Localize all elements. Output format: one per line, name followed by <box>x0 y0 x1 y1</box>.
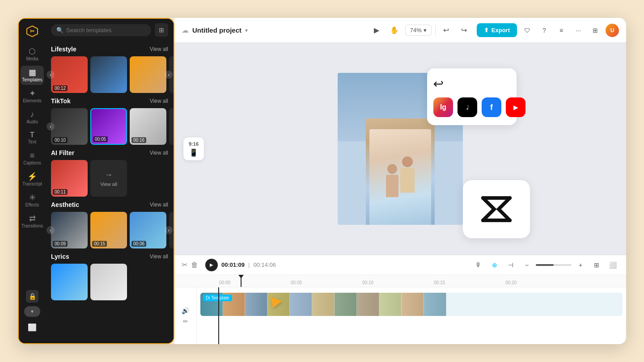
ruler-mark-20: 00:20 <box>505 280 517 285</box>
redo-btn[interactable]: ↪ <box>457 23 471 38</box>
sidebar-item-label-elements: Elements <box>23 98 42 103</box>
video-track[interactable]: Di Template <box>200 293 623 316</box>
instagram-btn[interactable]: Ig <box>433 97 453 117</box>
timeline-controls-right: 🎙 ⊕ ⊣ − + ⊞ ⬜ <box>472 259 619 271</box>
aesthetic-view-all[interactable]: View all <box>150 202 168 208</box>
search-input[interactable] <box>66 27 146 34</box>
youtube-btn[interactable]: ▶ <box>506 97 525 117</box>
shield-icon-btn[interactable]: 🛡 <box>521 24 534 37</box>
undo-btn[interactable]: ↩ <box>439 23 453 38</box>
track-label: Di Template <box>203 295 232 301</box>
zoom-control[interactable]: 74% ▾ <box>405 25 432 36</box>
share-overlay: ↪ Ig ♩ f <box>427 68 517 125</box>
sidebar-item-effects[interactable]: ✳ Effects <box>21 191 44 210</box>
sidebar-item-audio[interactable]: ♪ Audio <box>21 108 44 127</box>
aesthetic-prev-btn[interactable]: ‹ <box>47 226 55 234</box>
toolbar-divider <box>435 25 436 36</box>
sidebar-item-transcript[interactable]: ⚡ Transcript <box>21 170 44 189</box>
lyrics-thumb-1[interactable] <box>51 264 88 300</box>
aifilter-thumb-1[interactable]: 00:11 <box>51 160 88 197</box>
edit-track-icon[interactable]: ✏ <box>183 318 188 325</box>
tiktok-thumb-1[interactable]: 00:10 <box>51 108 88 145</box>
lifestyle-thumb-2[interactable] <box>90 56 127 93</box>
color-grading-icon[interactable]: ⊕ <box>488 259 501 271</box>
lifestyle-prev-btn[interactable]: ‹ <box>47 71 55 79</box>
hand-tool-btn[interactable]: ✋ <box>387 23 402 38</box>
lifestyle-thumb-3[interactable] <box>130 56 166 93</box>
sidebar-item-media[interactable]: ⬡ Media <box>21 45 44 64</box>
aesthetic-thumb-3[interactable]: 00:06 <box>130 212 166 248</box>
canvas-left-bar: 9:16 📱 <box>183 138 204 160</box>
sidebar-item-text[interactable]: T Text <box>21 129 44 147</box>
layers-icon-btn[interactable]: ≡ <box>555 24 568 37</box>
zoom-slider[interactable] <box>536 264 572 266</box>
couple-silhouette <box>369 129 432 225</box>
sidebar-item-captions[interactable]: ≡ Captions <box>21 149 44 168</box>
sidebar-item-label-captions: Captions <box>23 160 41 165</box>
project-title-dropdown[interactable]: ▾ <box>245 27 248 34</box>
svg-text:✂: ✂ <box>30 28 35 34</box>
expand-icon[interactable]: ⊞ <box>590 259 603 271</box>
aesthetic-title: Aesthetic <box>51 201 79 208</box>
elements-icon: ✦ <box>29 89 36 97</box>
tiktok-section-header: TikTok View all <box>51 97 168 105</box>
lifestyle-thumb-1[interactable]: 00:12 <box>51 56 88 93</box>
mic-icon[interactable]: 🎙 <box>472 259 485 271</box>
filmstrip <box>200 293 623 316</box>
aesthetic-next-btn[interactable]: › <box>165 226 173 234</box>
sidebar-subtitles-btn[interactable]: ⬜ <box>21 320 44 334</box>
aesthetic-thumb-2[interactable]: 00:15 <box>90 212 127 248</box>
tiktok-btn[interactable]: ♩ <box>458 97 477 117</box>
ratio-text: 9:16 <box>189 141 199 147</box>
total-time: 00:14:06 <box>253 261 276 268</box>
sidebar-item-elements[interactable]: ✦ Elements <box>21 87 44 106</box>
zoom-slider-fill <box>536 264 554 266</box>
tiktok-thumb-4-partial[interactable] <box>169 108 174 145</box>
zoom-out-btn[interactable]: − <box>521 259 533 271</box>
lyrics-view-all[interactable]: View all <box>150 253 168 260</box>
lyrics-thumb-2[interactable] <box>90 264 127 300</box>
chevron-down-icon: ▾ <box>31 308 34 315</box>
user-avatar[interactable]: U <box>606 24 619 37</box>
delete-icon[interactable]: 🗑 <box>191 261 198 269</box>
lyrics-section-header: Lyrics View all <box>51 253 168 260</box>
sidebar-item-transitions[interactable]: ⇄ Transitions <box>21 212 44 231</box>
tiktok-icon: ♩ <box>466 104 469 111</box>
preview-container: ↪ Ig ♩ f <box>324 64 476 234</box>
aesthetic-thumb-1[interactable]: 00:09 <box>51 212 88 248</box>
tiktok-thumb-3[interactable]: 00:16 <box>130 108 166 145</box>
tiktok-thumbs: ‹ 00:10 00:05 00:16 <box>51 108 168 145</box>
play-pause-btn[interactable]: ▶ <box>205 259 218 271</box>
layout-toggle-btn[interactable]: ⊞ <box>589 24 602 37</box>
ratio-card[interactable]: 9:16 📱 <box>183 138 204 160</box>
volume-icon[interactable]: 🔊 <box>182 307 189 314</box>
subtitles-icon[interactable]: ⬜ <box>606 259 619 271</box>
ruler-mark-5: 00:05 <box>291 280 302 285</box>
more-options-btn[interactable]: ··· <box>572 24 585 37</box>
zoom-in-btn[interactable]: + <box>574 259 587 271</box>
split-icon[interactable]: ⊣ <box>504 259 517 271</box>
top-bar-right: ⬆ Export 🛡 ? ≡ ··· ⊞ U <box>477 23 619 37</box>
scissors-icon[interactable]: ✂ <box>182 261 187 269</box>
tiktok-thumb-2[interactable]: 00:05 <box>90 108 127 145</box>
lifestyle-next-btn[interactable]: › <box>165 71 173 79</box>
facebook-btn[interactable]: f <box>482 97 501 117</box>
zoom-dropdown-icon: ▾ <box>424 27 427 34</box>
search-input-wrap[interactable]: 🔍 <box>51 24 151 36</box>
lock-icon[interactable]: 🔒 <box>26 290 38 303</box>
help-icon-btn[interactable]: ? <box>538 24 551 37</box>
lifestyle-view-all[interactable]: View all <box>150 46 168 52</box>
aifilter-view-all[interactable]: View all <box>150 150 168 156</box>
tiktok-view-all[interactable]: View all <box>150 98 168 104</box>
aifilter-viewall-thumb[interactable]: → View all <box>90 160 127 197</box>
text-icon: T <box>30 131 34 139</box>
export-button[interactable]: ⬆ Export <box>477 23 517 37</box>
tiktok-prev-btn[interactable]: ‹ <box>47 122 55 130</box>
templates-panel: 🔍 ⊞ Lifestyle View all ‹ <box>46 19 174 343</box>
filmstrip-cell <box>357 293 379 316</box>
play-mode-btn[interactable]: ▶ <box>369 23 384 38</box>
filter-button[interactable]: ⊞ <box>155 23 168 37</box>
sidebar-item-templates[interactable]: ▦ Templates <box>21 66 44 85</box>
lyrics-title: Lyrics <box>51 253 69 260</box>
sidebar-collapse-btn[interactable]: ▾ <box>24 306 40 317</box>
